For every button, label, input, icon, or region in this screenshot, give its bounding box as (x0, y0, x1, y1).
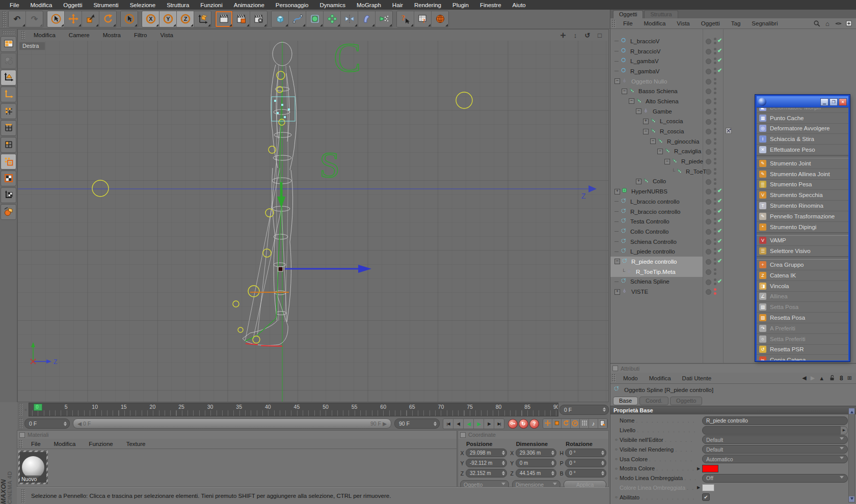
coord-field-dimensione-z[interactable]: 44.145 m (516, 469, 557, 478)
editor-visibility-dot[interactable] (714, 208, 716, 211)
menu-modifica[interactable]: Modifica (25, 2, 58, 8)
menu-selezione[interactable]: Selezione (124, 2, 162, 8)
editor-visibility-dot[interactable] (714, 138, 716, 141)
editor-visibility-dot[interactable] (714, 78, 716, 80)
mode-toolbar-grip[interactable] (2, 30, 15, 34)
enabled-check-icon[interactable]: ✔ (717, 37, 722, 44)
render-visibility-dot[interactable] (714, 202, 716, 205)
editor-visibility-dot[interactable] (714, 278, 716, 281)
layer-dot[interactable] (706, 79, 711, 85)
render-visibility-dot[interactable] (714, 42, 716, 44)
panel-pin-icon[interactable] (19, 432, 25, 438)
material-menu-file[interactable]: File (24, 441, 47, 447)
redo-button[interactable]: ↷ (26, 11, 43, 27)
attr-menu-dati-utente[interactable]: Dati Utente (677, 375, 717, 381)
polygons-mode-button[interactable] (1, 137, 16, 153)
add-primitive-button[interactable] (272, 11, 289, 27)
rotate-tool-button[interactable] (99, 11, 116, 27)
animation-mode-button[interactable] (1, 154, 16, 170)
render-settings-button[interactable] (250, 11, 267, 27)
view-zoom-icon[interactable]: ↕ (571, 31, 580, 39)
scene-canvas[interactable]: Z C S (18, 41, 608, 402)
menu-struttura[interactable]: Struttura (161, 2, 195, 8)
attr-menu-modifica[interactable]: Modifica (644, 375, 677, 381)
scale-tool-button[interactable] (82, 11, 99, 27)
record-sound-button[interactable]: ♪ (589, 419, 598, 428)
object-axis-mode-button[interactable] (1, 87, 16, 102)
history-forward-icon[interactable]: ▶ (811, 375, 815, 381)
render-visibility-dot[interactable] (714, 172, 716, 175)
menu-animazione[interactable]: Animazione (228, 2, 270, 8)
attr-tab-coord[interactable]: Coord. (639, 397, 668, 405)
palette-item-deformatore-avvolgere[interactable]: ◎Deformatore Avvolgere (757, 124, 848, 134)
view-toggle-icon[interactable]: □ (595, 31, 604, 39)
palette-titlebar[interactable]: ▁❐✕ (757, 96, 848, 107)
foot-controller-handle[interactable] (278, 267, 283, 271)
goto-start-button[interactable]: |◀ (443, 419, 453, 429)
layer-dot[interactable] (706, 99, 711, 104)
render-visibility-dot[interactable] (714, 112, 716, 115)
record-scale-button[interactable] (552, 419, 561, 428)
viewport-menu-modifica[interactable]: Modifica (27, 32, 62, 38)
material-menu-texture[interactable]: Texture (120, 441, 152, 447)
layer-dot[interactable] (706, 129, 711, 134)
tree-item-l-bracciov[interactable]: L_braccioV✔ (610, 36, 856, 46)
layer-dot[interactable] (706, 219, 711, 225)
layer-dot[interactable] (706, 239, 711, 245)
viewport-menu-filtro[interactable]: Filtro (127, 32, 154, 38)
enabled-check-icon[interactable]: ✔ (717, 198, 722, 204)
palette-item-effettuatore-peso[interactable]: ✕Effettuatore Peso (757, 145, 848, 155)
palette-item-strumento-specchia[interactable]: VStrumento Specchia (757, 190, 848, 201)
expand-arrow-icon[interactable]: ▶ (697, 485, 702, 490)
editor-visibility-dot[interactable] (714, 238, 716, 241)
render-visibility-dot[interactable] (714, 102, 716, 104)
palette-item-strumento-rinomina[interactable]: TStrumento Rinomina (757, 201, 848, 211)
palette-item-vamp[interactable]: VVAMP (757, 236, 848, 246)
render-visibility-dot[interactable] (714, 92, 716, 94)
menu-finestre[interactable]: Finestre (474, 2, 507, 8)
name-field[interactable]: R_piede controllo (702, 416, 848, 425)
editor-visibility-dot[interactable] (714, 108, 716, 110)
viewport-menu-vista[interactable]: Vista (153, 32, 179, 38)
expand-icon[interactable]: + (643, 119, 649, 124)
attr-menu-modo[interactable]: Modo (618, 375, 644, 381)
menu-strumenti[interactable]: Strumenti (88, 2, 124, 8)
editor-visibility-dot[interactable] (714, 98, 716, 100)
animatable-dot[interactable]: ○ (615, 495, 620, 499)
layer-dot[interactable] (706, 259, 711, 265)
coord-field-dimensione-y[interactable]: 0 m (516, 459, 557, 467)
enabled-checkbox[interactable]: ✔ (702, 493, 710, 501)
lock-icon[interactable] (828, 374, 836, 382)
play-forwards-button[interactable]: ▶ (474, 419, 484, 429)
autokey-button[interactable]: ↻ (519, 419, 528, 429)
palette-item-strumento-joint[interactable]: ✎Strumento Joint (757, 158, 848, 169)
palette-item-punto-cache[interactable]: ▦Punto Cache (757, 113, 848, 124)
parent-icon[interactable]: ▲ (819, 375, 824, 381)
tab-struttura[interactable]: Struttura (644, 10, 678, 18)
shaded-line-color-swatch[interactable] (702, 484, 714, 491)
timeline-ruler[interactable]: « 051015202530354045505560657075808590 0… (17, 402, 609, 417)
close-button[interactable]: ✕ (839, 98, 847, 106)
add-hypernurbs-button[interactable] (306, 11, 324, 27)
range-end-field[interactable]: 90 F (394, 418, 440, 429)
add-particle-system-button[interactable] (376, 11, 392, 27)
material-menu-modifica[interactable]: Modifica (47, 441, 83, 447)
layer-dot[interactable] (706, 109, 711, 115)
render-visibility-dot[interactable] (714, 192, 716, 194)
visibility-icon[interactable] (834, 19, 842, 27)
play-backwards-button[interactable]: ◀ (464, 419, 474, 429)
layer-browse-button[interactable]: ▶ (840, 426, 848, 435)
enabled-check-icon[interactable]: ✔ (717, 47, 722, 54)
section-header[interactable]: Proprietà Base (610, 406, 856, 414)
layer-dot[interactable] (706, 89, 711, 94)
palette-item-resetta-psr[interactable]: ↺Resetta PSR (757, 345, 848, 355)
expand-icon[interactable]: + (614, 289, 620, 295)
lock-z-axis-button[interactable]: Z (177, 11, 194, 27)
palette-item-pennello-trasformazione[interactable]: ✎Pennello Trasformazione (757, 211, 848, 222)
material-thumbnail[interactable]: Nuovo (18, 451, 48, 484)
next-key-button[interactable]: |▶ (484, 419, 494, 429)
menu-hair[interactable]: Hair (387, 2, 409, 8)
animatable-dot[interactable]: ○ (615, 447, 620, 452)
minimize-button[interactable]: ▁ (820, 98, 828, 106)
collapse-icon[interactable]: − (636, 108, 641, 114)
